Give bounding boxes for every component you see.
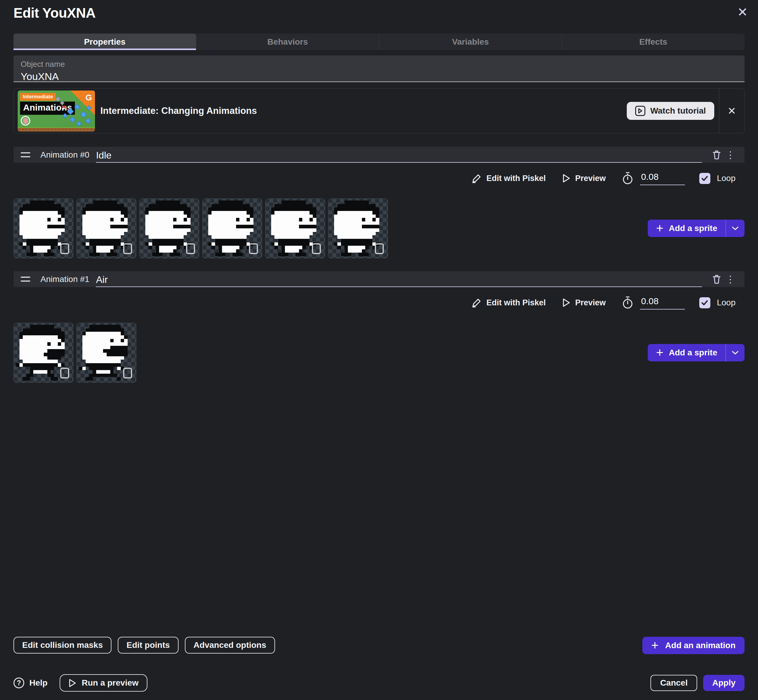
animation-header: Animation #1 Air ⋮ [14,271,744,287]
sprite-frame[interactable] [265,198,325,258]
expand-frame-icon[interactable] [375,243,384,254]
animation-index-label: Animation #1 [41,275,89,284]
sprite-frame[interactable] [76,323,136,383]
time-between-frames: 0.08 [622,172,685,185]
dialog-footer: ? Help Run a preview Cancel Apply [14,674,744,692]
drag-handle-icon[interactable] [21,277,30,282]
add-sprite-button[interactable]: + Add a sprite [648,344,744,361]
pencil-icon [472,298,482,308]
banner-close-region: ✕ [719,89,744,133]
preview-button[interactable]: Preview [562,173,606,183]
loop-checkbox[interactable] [699,297,710,308]
expand-frame-icon[interactable] [312,243,321,254]
object-name-label: Object name [21,59,737,69]
preview-button[interactable]: Preview [562,298,606,308]
sprite-frame[interactable] [328,198,388,258]
preview-label: Preview [575,298,606,308]
delete-animation-button[interactable] [710,148,724,162]
animation-toolbar: Edit with Piskel Preview 0.08 Loop [14,296,744,309]
add-sprite-label: Add a sprite [669,223,717,233]
object-name-field[interactable]: Object name YouXNA [14,55,744,82]
animation-section-1: Animation #1 Air ⋮ Edit with Piskel [14,271,744,383]
apply-button[interactable]: Apply [703,675,744,691]
object-name-value[interactable]: YouXNA [21,71,737,83]
edit-with-piskel-label: Edit with Piskel [487,298,546,308]
edit-points-button[interactable]: Edit points [118,637,179,653]
loop-toggle: Loop [699,173,736,184]
add-animation-button[interactable]: + Add an animation [643,637,744,654]
expand-frame-icon[interactable] [186,243,195,254]
help-icon: ? [14,678,24,688]
animation-index-label: Animation #0 [41,150,89,160]
tab-properties[interactable]: Properties [14,34,196,50]
add-sprite-label: Add a sprite [669,348,717,358]
expand-frame-icon[interactable] [60,243,69,254]
expand-frame-icon[interactable] [123,243,132,254]
mushroom-icon [62,105,66,108]
character-face [23,118,28,123]
page-title: Edit YouXNA [14,5,95,21]
animations-list: Animation #0 Idle ⋮ Edit with Piskel [14,147,744,395]
time-between-frames-input[interactable]: 0.08 [640,172,685,185]
checkmark-icon [700,298,709,307]
sprite-frame[interactable] [202,198,262,258]
animation-header: Animation #0 Idle ⋮ [14,147,744,163]
tab-bar: Properties Behaviors Variables Effects [14,34,744,50]
add-animation-label: Add an animation [665,641,736,650]
drag-handle-icon[interactable] [21,152,30,157]
time-between-frames-input[interactable]: 0.08 [640,296,685,309]
sprite-frame[interactable] [14,323,73,383]
help-label: Help [30,678,48,688]
animation-section-0: Animation #0 Idle ⋮ Edit with Piskel [14,147,744,258]
tab-behaviors[interactable]: Behaviors [196,34,379,50]
tutorial-thumbnail[interactable]: G Intermediate Animations [18,91,95,131]
cancel-button[interactable]: Cancel [650,675,697,691]
add-sprite-button[interactable]: + Add a sprite [648,220,744,237]
close-icon[interactable]: ✕ [737,6,748,19]
advanced-options-button[interactable]: Advanced options [185,637,275,653]
video-play-icon [635,106,645,116]
tutorial-title: Intermediate: Changing Animations [100,105,627,116]
edit-with-piskel-button[interactable]: Edit with Piskel [472,298,546,308]
expand-frame-icon[interactable] [249,243,258,254]
loop-checkbox[interactable] [699,173,710,184]
add-sprite-dropdown[interactable] [726,220,744,237]
animation-menu-button[interactable]: ⋮ [724,148,737,162]
animation-menu-button[interactable]: ⋮ [724,272,737,286]
loop-label: Loop [717,298,736,308]
run-preview-label: Run a preview [82,678,139,688]
stopwatch-icon [622,172,633,185]
sprite-frame[interactable] [14,198,73,258]
expand-frame-icon[interactable] [60,368,69,378]
tab-effects[interactable]: Effects [562,34,744,50]
loop-toggle: Loop [699,297,736,308]
chevron-down-icon [731,226,739,230]
dismiss-banner-icon[interactable]: ✕ [727,105,736,117]
bottom-actions: Edit collision masks Edit points Advance… [14,637,275,653]
loop-label: Loop [717,173,736,183]
tab-variables[interactable]: Variables [379,34,562,50]
help-button[interactable]: ? Help [14,678,48,688]
watch-tutorial-label: Watch tutorial [650,106,706,116]
animation-name-input[interactable]: Idle [96,149,702,163]
animation-name-input[interactable]: Air [96,273,702,287]
sprite-frame[interactable] [139,198,199,258]
frames-strip [14,323,136,383]
run-preview-button[interactable]: Run a preview [59,674,147,692]
chevron-down-icon [731,351,739,355]
frames-strip [14,198,388,258]
play-icon [68,678,76,688]
preview-label: Preview [575,174,606,183]
sprite-frame[interactable] [76,198,136,258]
edit-with-piskel-button[interactable]: Edit with Piskel [472,173,546,183]
delete-animation-button[interactable] [710,272,724,286]
edit-collision-masks-button[interactable]: Edit collision masks [14,637,111,653]
checkmark-icon [700,174,709,183]
play-icon [562,173,571,183]
frames-row: + Add a sprite [14,323,744,383]
add-sprite-dropdown[interactable] [726,344,744,361]
watch-tutorial-button[interactable]: Watch tutorial [627,102,714,120]
plus-icon: + [656,347,664,358]
stopwatch-icon [622,296,633,309]
expand-frame-icon[interactable] [123,368,132,378]
